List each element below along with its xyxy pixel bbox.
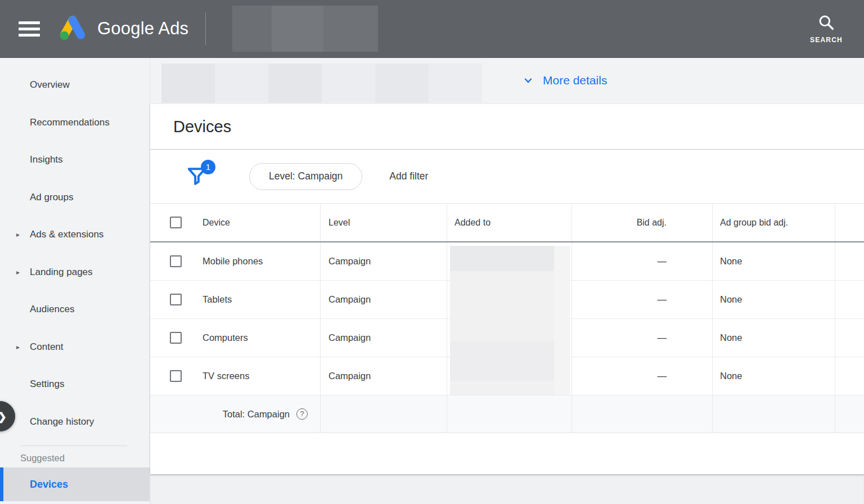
sidebar-item-change-history[interactable]: Change history [0, 403, 150, 441]
column-header-device[interactable]: Device [202, 218, 230, 228]
sidebar-item-label: Overview [30, 79, 70, 91]
account-name-redacted [232, 6, 272, 52]
row-checkbox[interactable] [170, 332, 182, 344]
level-filter-chip[interactable]: Level: Campaign [249, 163, 362, 190]
sidebar-item-label: Audiences [30, 304, 74, 315]
bid-adj-cell: — [572, 242, 712, 280]
add-filter-button[interactable]: Add filter [389, 170, 428, 182]
column-header-added-to[interactable]: Added to [447, 204, 572, 241]
page-footer [150, 474, 864, 504]
sidebar-item-ad-groups[interactable]: Ad groups [0, 179, 150, 217]
row-checkbox[interactable] [170, 294, 182, 305]
expand-triangle-icon[interactable]: ▸ [16, 268, 20, 276]
top-app-bar: Google Ads SEARCH [0, 0, 864, 58]
expand-triangle-icon[interactable]: ▸ [16, 231, 20, 238]
main-content: More details Devices 1 Level: Campaign A… [150, 58, 864, 504]
account-name-redacted [323, 6, 378, 52]
column-header-bid-adj[interactable]: Bid adj. [572, 204, 712, 241]
ad-group-bid-adj-cell: None [712, 319, 835, 357]
expand-triangle-icon[interactable]: ▸ [16, 343, 20, 351]
summary-redacted [375, 64, 429, 103]
sidebar-item-content[interactable]: ▸Content [0, 328, 150, 366]
page-title: Devices [173, 118, 231, 136]
sidebar-item-recommendations[interactable]: Recommendations [0, 104, 150, 142]
table-header-row: Device Level Added to Bid adj. Ad group … [150, 204, 864, 242]
bid-adj-cell: — [572, 319, 712, 357]
brand-title: Google Ads [97, 19, 188, 39]
chevron-down-icon [521, 74, 535, 87]
sidebar-item-label: Settings [30, 379, 64, 390]
google-ads-logo-icon[interactable] [57, 13, 88, 44]
sidebar-item-label: Ad groups [30, 192, 74, 203]
more-details-link[interactable]: More details [521, 74, 607, 87]
filter-bar: 1 Level: Campaign Add filter [150, 150, 864, 204]
search-label: SEARCH [810, 36, 843, 44]
sidebar-list: Overview Recommendations Insights Ad gro… [0, 58, 150, 440]
suggested-section-label: Suggested [0, 448, 150, 467]
chevron-right-icon: ❯ [0, 410, 7, 423]
device-cell: Mobile phones [202, 256, 263, 267]
summary-redacted [322, 64, 375, 103]
column-header-ad-group-bid-adj[interactable]: Ad group bid adj. [712, 204, 835, 241]
device-cell: TV screens [202, 371, 249, 381]
column-header-level[interactable]: Level [320, 204, 447, 241]
google-ads-app: Google Ads SEARCH Overview Recommendatio… [0, 0, 864, 504]
row-checkbox[interactable] [170, 255, 182, 267]
level-cell: Campaign [320, 319, 447, 357]
sidebar-item-label: Change history [30, 416, 94, 428]
search-button[interactable]: SEARCH [807, 14, 846, 44]
sidebar-item-ads-extensions[interactable]: ▸Ads & extensions [0, 216, 150, 254]
sidebar-divider [20, 446, 127, 446]
sidebar-item-label: Devices [30, 479, 68, 490]
sidebar-item-label: Landing pages [30, 267, 93, 278]
topbar-divider [205, 12, 206, 45]
level-cell: Campaign [320, 357, 447, 395]
sidebar-item-overview[interactable]: Overview [0, 66, 150, 104]
ad-group-bid-adj-cell: None [712, 281, 835, 318]
menu-icon[interactable] [19, 19, 41, 38]
sidebar-item-label: Ads & extensions [30, 229, 104, 240]
device-cell: Tablets [202, 294, 232, 305]
ad-group-bid-adj-cell: None [712, 242, 835, 280]
help-icon[interactable]: ? [296, 408, 308, 420]
sidebar-item-label: Recommendations [30, 117, 110, 128]
search-icon [817, 14, 835, 32]
sidebar-nav: Overview Recommendations Insights Ad gro… [0, 58, 150, 504]
devices-card: Devices 1 Level: Campaign Add filter Dev… [150, 104, 864, 474]
bid-adj-cell: — [572, 281, 712, 318]
added-to-redacted [450, 246, 570, 395]
sidebar-item-audiences[interactable]: Audiences [0, 291, 150, 328]
device-cell: Computers [202, 332, 248, 343]
sidebar-item-landing-pages[interactable]: ▸Landing pages [0, 254, 150, 291]
summary-redacted [161, 64, 215, 103]
account-name-redacted [272, 6, 323, 52]
sidebar-item-devices[interactable]: Devices [0, 467, 150, 501]
more-details-label: More details [543, 74, 607, 87]
row-checkbox[interactable] [170, 370, 182, 382]
summary-strip: More details [150, 58, 864, 104]
bid-adj-cell: — [572, 357, 712, 395]
sidebar-item-label: Content [30, 341, 64, 353]
table-total-row: Total: Campaign ? [150, 395, 864, 433]
summary-redacted [215, 64, 268, 103]
level-cell: Campaign [320, 281, 447, 318]
summary-redacted [268, 64, 322, 103]
select-all-checkbox[interactable] [170, 217, 182, 228]
filter-funnel-button[interactable]: 1 [186, 165, 208, 188]
sidebar-item-settings[interactable]: Settings [0, 366, 150, 403]
total-label: Total: Campaign [223, 409, 290, 420]
sidebar-item-label: Insights [30, 154, 63, 165]
filter-count-badge: 1 [201, 160, 215, 174]
ad-group-bid-adj-cell: None [712, 357, 835, 395]
level-cell: Campaign [320, 242, 447, 280]
page-header: Devices [150, 104, 864, 150]
sidebar-item-insights[interactable]: Insights [0, 141, 150, 179]
summary-redacted [429, 64, 482, 103]
